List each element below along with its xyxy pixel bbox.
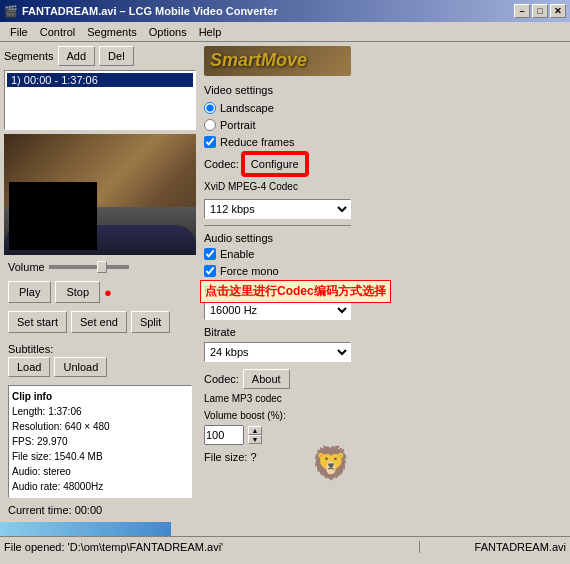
menu-help[interactable]: Help — [193, 24, 228, 40]
force-mono-label: Force mono — [220, 265, 279, 277]
main-content: Segments Add Del 1) 00:00 - 1:37:06 Volu… — [0, 42, 570, 522]
menu-segments[interactable]: Segments — [81, 24, 143, 40]
set-buttons: Set start Set end Split — [4, 309, 196, 335]
volume-boost-row: ▲ ▼ — [204, 425, 351, 445]
menu-bar: File Control Segments Options Help — [0, 22, 570, 42]
control-row: Play Stop ● — [4, 279, 196, 305]
subtitles-label: Subtitles: — [8, 343, 192, 355]
load-subtitles-button[interactable]: Load — [8, 357, 50, 377]
window-controls: – □ ✕ — [514, 4, 566, 18]
current-time: Current time: 00:00 — [4, 502, 196, 518]
progress-fill — [0, 522, 171, 536]
segments-list[interactable]: 1) 00:00 - 1:37:06 — [4, 70, 196, 130]
clip-resolution: Resolution: 640 × 480 — [12, 419, 188, 434]
enable-audio-row: Enable — [204, 248, 351, 260]
volume-spin-up[interactable]: ▲ — [248, 426, 262, 435]
portrait-label: Portrait — [220, 119, 255, 131]
audio-codec-label: Codec: — [204, 373, 239, 385]
portrait-radio[interactable] — [204, 119, 216, 131]
preview-wrapper — [4, 134, 196, 255]
left-panel: Segments Add Del 1) 00:00 - 1:37:06 Volu… — [0, 42, 200, 522]
video-preview — [9, 182, 97, 250]
audio-settings-label: Audio settings — [204, 232, 351, 244]
app-icon: 🎬 — [4, 5, 18, 18]
menu-control[interactable]: Control — [34, 24, 81, 40]
audio-codec-name: Lame MP3 codec — [204, 393, 351, 404]
smartmove-logo: SmartMove — [204, 46, 351, 75]
divider1 — [204, 225, 351, 226]
video-codec-label: Codec: — [204, 158, 239, 170]
unload-subtitles-button[interactable]: Unload — [54, 357, 107, 377]
landscape-radio[interactable] — [204, 102, 216, 114]
del-segment-button[interactable]: Del — [99, 46, 134, 66]
segments-label: Segments — [4, 50, 54, 62]
volume-row: Volume — [4, 259, 196, 275]
title-bar: 🎬 FANTADREAM.avi – LCG Mobile Video Conv… — [0, 0, 570, 22]
about-button[interactable]: About — [243, 369, 290, 389]
decoration-lion: 🦁 — [311, 444, 351, 482]
volume-spin-buttons: ▲ ▼ — [248, 426, 262, 444]
volume-boost-input[interactable] — [204, 425, 244, 445]
clip-fps: FPS: 29.970 — [12, 434, 188, 449]
volume-boost-label: Volume boost (%): — [204, 410, 351, 421]
set-end-button[interactable]: Set end — [71, 311, 127, 333]
force-mono-row: Force mono — [204, 265, 351, 277]
record-icon: ● — [104, 285, 112, 300]
status-left: File opened: 'D:\om\temp\FANTADREAM.avi' — [0, 541, 420, 553]
reduce-frames-row: Reduce frames — [204, 136, 351, 148]
reduce-frames-label: Reduce frames — [220, 136, 295, 148]
right-panel: SmartMove Video settings Landscape Portr… — [200, 42, 355, 522]
volume-thumb — [97, 261, 107, 273]
segment-item[interactable]: 1) 00:00 - 1:37:06 — [7, 73, 193, 87]
menu-file[interactable]: File — [4, 24, 34, 40]
title-bar-title: 🎬 FANTADREAM.avi – LCG Mobile Video Conv… — [4, 5, 278, 18]
volume-slider[interactable] — [49, 265, 129, 269]
clip-audio: Audio: stereo — [12, 464, 188, 479]
landscape-row: Landscape — [204, 102, 351, 114]
split-button[interactable]: Split — [131, 311, 170, 333]
video-bitrate-select[interactable]: 112 kbps — [204, 199, 351, 219]
play-button[interactable]: Play — [8, 281, 51, 303]
video-settings-label: Video settings — [204, 84, 351, 96]
clip-file-size: File size: 1540.4 MB — [12, 449, 188, 464]
set-start-button[interactable]: Set start — [8, 311, 67, 333]
frequency-label: Frequency — [204, 284, 351, 296]
minimize-button[interactable]: – — [514, 4, 530, 18]
status-bar: File opened: 'D:\om\temp\FANTADREAM.avi'… — [0, 536, 570, 556]
configure-button[interactable]: Configure — [243, 153, 307, 175]
volume-label: Volume — [8, 261, 45, 273]
clip-length: Length: 1:37:06 — [12, 404, 188, 419]
video-codec-name: XviD MPEG-4 Codec — [204, 181, 351, 192]
menu-options[interactable]: Options — [143, 24, 193, 40]
portrait-row: Portrait — [204, 119, 351, 131]
bitrate-label: Bitrate — [204, 326, 351, 338]
clip-info-label: Clip info — [12, 389, 188, 404]
video-codec-row: Codec: Configure — [204, 153, 351, 175]
enable-audio-label: Enable — [220, 248, 254, 260]
segments-header: Segments Add Del — [4, 46, 196, 66]
add-segment-button[interactable]: Add — [58, 46, 96, 66]
enable-audio-checkbox[interactable] — [204, 248, 216, 260]
progress-bar[interactable] — [0, 522, 570, 536]
subtitles-buttons: Load Unload — [8, 357, 192, 377]
clip-info-box: Clip info Length: 1:37:06 Resolution: 64… — [8, 385, 192, 498]
stop-button[interactable]: Stop — [55, 281, 100, 303]
audio-codec-row: Codec: About — [204, 369, 351, 389]
window-title: FANTADREAM.avi – LCG Mobile Video Conver… — [22, 5, 278, 17]
subtitles-section: Subtitles: Load Unload — [4, 339, 196, 381]
audio-bitrate-select[interactable]: 24 kbps — [204, 342, 351, 362]
frequency-select[interactable]: 16000 Hz — [204, 300, 351, 320]
clip-audio-rate: Audio rate: 48000Hz — [12, 479, 188, 494]
force-mono-checkbox[interactable] — [204, 265, 216, 277]
reduce-frames-checkbox[interactable] — [204, 136, 216, 148]
status-right: FANTADREAM.avi — [420, 541, 570, 553]
landscape-label: Landscape — [220, 102, 274, 114]
maximize-button[interactable]: □ — [532, 4, 548, 18]
volume-spin-down[interactable]: ▼ — [248, 435, 262, 444]
close-button[interactable]: ✕ — [550, 4, 566, 18]
